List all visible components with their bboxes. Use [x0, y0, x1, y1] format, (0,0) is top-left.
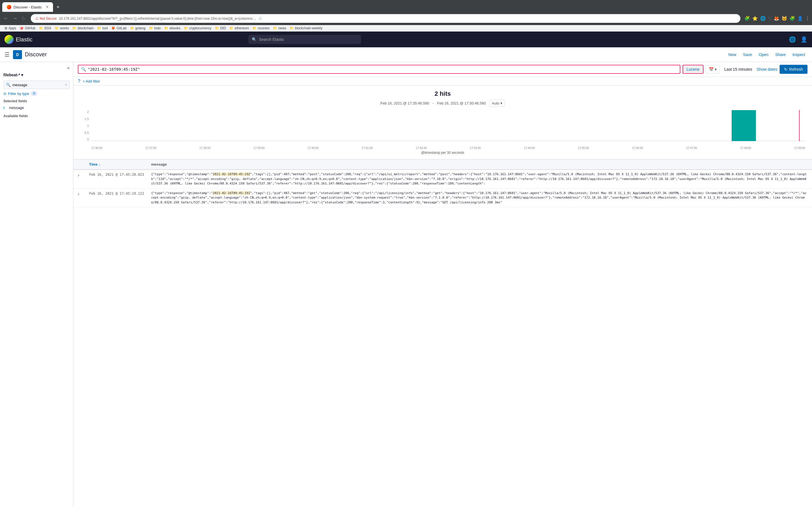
- calendar-picker-button[interactable]: 📅 ▾: [706, 65, 720, 73]
- bookmark-sgx[interactable]: 📁 SGX: [39, 26, 51, 30]
- ext-icon-5[interactable]: 🦊: [774, 16, 779, 21]
- search-clear-button[interactable]: ×: [65, 82, 67, 87]
- github-icon: 🐙: [19, 26, 24, 30]
- field-search-box[interactable]: 🔍 ×: [3, 80, 70, 89]
- sidebar-collapse-button[interactable]: «: [67, 65, 70, 70]
- globe-icon[interactable]: 🌐: [789, 36, 796, 43]
- chart-x-label: 17:38:00: [200, 147, 211, 150]
- bookmark-star[interactable]: ☆: [258, 16, 262, 21]
- bookmark-ethereum[interactable]: 📁 ethereum: [229, 26, 249, 30]
- chart-bar: [461, 140, 485, 141]
- y-label-0: 0: [87, 138, 89, 141]
- query-input-wrapper[interactable]: 🔍: [78, 65, 680, 74]
- folder-icon-ethereum: 📁: [229, 26, 234, 30]
- y-label-0-5: 0.5: [85, 131, 89, 134]
- sort-arrow-icon: ↓: [99, 163, 100, 166]
- chart-header: 2 hits: [80, 90, 805, 98]
- time-header-label: Time: [89, 162, 98, 166]
- tab-close-button[interactable]: ×: [46, 4, 49, 10]
- bookmark-news[interactable]: 📁 news: [273, 26, 286, 30]
- y-label-2: 2: [87, 110, 89, 114]
- add-filter-button[interactable]: + Add filter: [83, 79, 100, 83]
- bookmark-cryptocurrency[interactable]: 📁 cryptocurrency: [184, 26, 211, 30]
- interval-selector[interactable]: Auto ▾: [489, 100, 505, 107]
- chart-bar: [165, 140, 190, 141]
- new-button[interactable]: New: [726, 51, 739, 59]
- bookmark-github[interactable]: 🐙 GitHub: [19, 26, 35, 30]
- chart-bar: [756, 140, 780, 141]
- chart-x-label: 17:36:00: [91, 147, 102, 150]
- message-col-header: message: [151, 162, 808, 166]
- back-button[interactable]: ←: [2, 14, 10, 22]
- browser-chrome: Discover - Elastic × + ← → ↻ ⚠ Not Secur…: [0, 0, 812, 32]
- selected-fields-section: Selected fields: [3, 99, 70, 103]
- elastic-search-input[interactable]: [259, 37, 358, 42]
- bookmark-did[interactable]: 📁 DID: [215, 26, 226, 30]
- share-button[interactable]: Share: [773, 51, 788, 59]
- bookmark-blockchain[interactable]: 📁 blockchain: [72, 26, 94, 30]
- user-avatar-icon[interactable]: 👤: [797, 16, 803, 21]
- ext-puzzle[interactable]: 🧩: [790, 16, 795, 21]
- bookmark-apps[interactable]: ⊞ Apps: [4, 26, 16, 30]
- bookmark-gitlab[interactable]: 🦊 GitLab: [111, 26, 126, 30]
- chart-area: 2 hits Feb 16, 2021 @ 17:35:46.580 - Feb…: [73, 86, 812, 159]
- address-bar[interactable]: ⚠ Not Secure 10.176.161.147:8601/app/dis…: [31, 14, 741, 23]
- chart-bar: [781, 140, 805, 141]
- refresh-button[interactable]: ↻ Refresh: [779, 65, 808, 74]
- chart-bar: [214, 140, 239, 141]
- chart-x-label: 17:43:00: [470, 147, 481, 150]
- search-icon: 🔍: [252, 37, 257, 42]
- filter-help-icon[interactable]: ?: [78, 78, 80, 83]
- ext-icon-6[interactable]: 🐱: [781, 16, 787, 21]
- row-1-message: {"type":"response","@timestamp":"2021-02…: [151, 172, 808, 186]
- chart-bar: [116, 140, 140, 141]
- save-button[interactable]: Save: [741, 51, 754, 59]
- ext-icon-3[interactable]: 🌐: [760, 16, 766, 21]
- filter-by-type-button[interactable]: ⊙ Filter by type 0: [3, 91, 70, 96]
- bookmark-blockchain-weekly[interactable]: 📁 blockchain-weekly: [290, 26, 322, 30]
- chart-bar: [141, 140, 165, 141]
- bookmark-todo[interactable]: 📁 todo: [149, 26, 161, 30]
- bookmark-works[interactable]: 📁 works: [55, 26, 69, 30]
- more-button[interactable]: ⋮: [805, 16, 810, 21]
- y-label-1-5: 1.5: [85, 117, 89, 121]
- show-dates-button[interactable]: Show dates: [757, 67, 777, 71]
- field-search-input[interactable]: [12, 83, 63, 87]
- bookmark-golang[interactable]: 📁 golang: [130, 26, 146, 30]
- ext-icon-2[interactable]: ⭐: [752, 16, 758, 21]
- inspect-button[interactable]: Inspect: [790, 51, 808, 59]
- lucene-toggle-button[interactable]: Lucene: [682, 65, 703, 74]
- expand-row-1-button[interactable]: ›: [78, 172, 89, 178]
- bookmark-courses[interactable]: 📁 courses: [252, 26, 269, 30]
- chart-bar: [535, 140, 559, 141]
- folder-icon-crypto: 📁: [184, 26, 188, 30]
- folder-icon-did: 📁: [215, 26, 219, 30]
- folder-icon-courses: 📁: [252, 26, 257, 30]
- bookmark-ebooks[interactable]: 📁 ebooks: [164, 26, 181, 30]
- ext-icon-1[interactable]: 🧩: [744, 16, 750, 21]
- elastic-search-bar[interactable]: 🔍: [248, 35, 361, 44]
- chart-bar: [584, 140, 608, 141]
- active-tab[interactable]: Discover - Elastic ×: [2, 2, 53, 12]
- interval-chevron-icon: ▾: [500, 101, 502, 105]
- reload-button[interactable]: ↻: [20, 14, 27, 23]
- chart-red-marker: [799, 110, 800, 141]
- chart-x-label: 17:37:00: [146, 147, 156, 150]
- query-input[interactable]: [88, 67, 677, 71]
- hamburger-menu[interactable]: ☰: [4, 51, 10, 58]
- open-button[interactable]: Open: [756, 51, 770, 59]
- expand-row-2-button[interactable]: ›: [78, 191, 89, 196]
- query-bar: 🔍 Lucene 📅 ▾ Last 15 minutes Show dates …: [73, 62, 812, 77]
- new-tab-button[interactable]: +: [54, 3, 62, 11]
- hits-count: 2 hits: [80, 90, 805, 98]
- filter-count-badge: 0: [31, 91, 37, 96]
- bookmark-tool[interactable]: 📁 tool: [97, 26, 108, 30]
- time-col-header[interactable]: Time ↓: [89, 162, 151, 166]
- row-1-highlight: 2021-02-16T09:45:19Z: [213, 172, 250, 176]
- folder-icon-todo: 📁: [149, 26, 153, 30]
- ext-icon-4[interactable]: ▽: [768, 16, 771, 21]
- chart-x-label: 17:41:00: [362, 147, 373, 150]
- forward-button[interactable]: →: [11, 14, 18, 22]
- index-pattern-selector[interactable]: filebeat-* ▾: [3, 73, 70, 77]
- user-icon[interactable]: 👤: [801, 36, 808, 43]
